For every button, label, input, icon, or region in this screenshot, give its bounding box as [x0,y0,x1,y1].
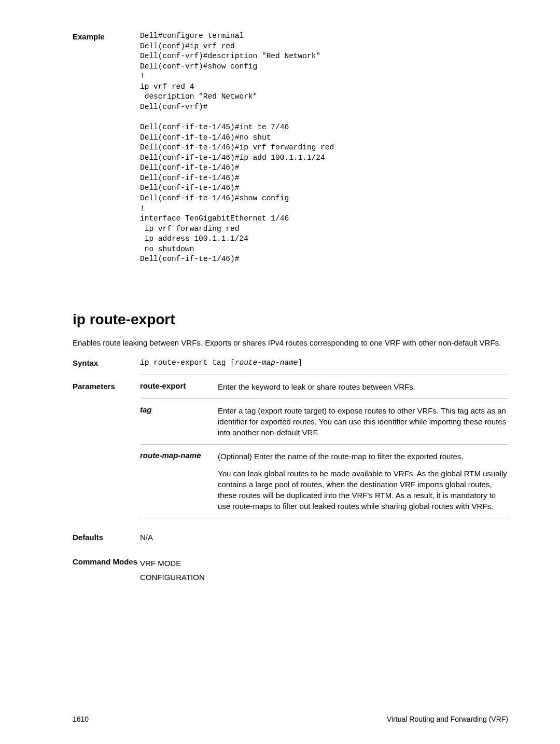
command-modes-row: Command Modes VRF MODE CONFIGURATION [73,556,508,584]
page-container: Example Dell#configure terminal Dell(con… [0,0,560,744]
example-section: Example Dell#configure terminal Dell(con… [73,31,508,265]
syntax-suffix: ] [298,359,303,367]
param-desc: Enter a tag (export route target) to exp… [218,405,508,438]
cmdmode-line1: VRF MODE [140,556,205,570]
footer-title: Virtual Routing and Forwarding (VRF) [387,715,508,723]
defaults-value: N/A [140,533,153,542]
parameters-table: route-export Enter the keyword to leak o… [140,375,508,518]
param-desc: (Optional) Enter the name of the route-m… [218,451,508,512]
syntax-value: ip route-export tag [route-map-name] [140,359,302,367]
param-row: route-export Enter the keyword to leak o… [140,375,508,398]
command-modes-value: VRF MODE CONFIGURATION [140,556,205,584]
param-row: route-map-name (Optional) Enter the name… [140,444,508,518]
example-label: Example [73,31,140,41]
param-desc: Enter the keyword to leak or share route… [218,381,508,392]
page-footer: 1610 Virtual Routing and Forwarding (VRF… [73,715,508,723]
syntax-prefix: ip route-export tag [ [140,359,235,367]
param-desc-p2: You can leak global routes to be made av… [218,468,508,512]
defaults-row: Defaults N/A [73,533,508,542]
syntax-arg: route-map-name [235,359,298,367]
cmdmode-line2: CONFIGURATION [140,570,205,584]
parameters-section: Parameters route-export Enter the keywor… [73,375,508,518]
command-modes-label: Command Modes [73,556,140,567]
param-row: tag Enter a tag (export route target) to… [140,398,508,444]
section-description: Enables route leaking between VRFs. Expo… [73,337,508,348]
param-name: tag [140,405,218,438]
syntax-label: Syntax [73,359,140,367]
example-code: Dell#configure terminal Dell(conf)#ip vr… [140,31,334,265]
param-name: route-map-name [140,451,218,512]
section-heading: ip route-export [73,311,508,328]
syntax-row: Syntax ip route-export tag [route-map-na… [73,359,508,367]
param-name: route-export [140,381,218,392]
param-desc-p1: (Optional) Enter the name of the route-m… [218,451,508,462]
defaults-label: Defaults [73,533,140,542]
page-number: 1610 [73,715,89,723]
parameters-label: Parameters [73,375,140,391]
